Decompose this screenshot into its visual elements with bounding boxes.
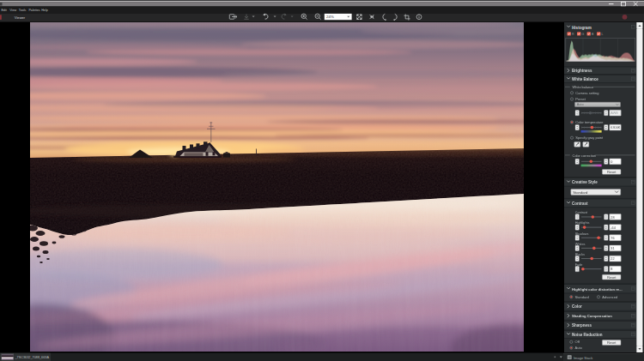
svg-text:Tools: Tools xyxy=(19,9,27,12)
svg-text:28: 28 xyxy=(611,216,614,220)
svg-text:76: 76 xyxy=(611,237,614,240)
svg-text:View: View xyxy=(9,9,16,12)
svg-text:Camera setting: Camera setting xyxy=(575,91,598,95)
svg-text:24%: 24% xyxy=(326,15,334,19)
svg-text:AWB: AWB xyxy=(611,111,618,115)
svg-text:Creative Style: Creative Style xyxy=(572,180,598,184)
svg-text:White balance: White balance xyxy=(573,85,594,89)
svg-text:Edit: Edit xyxy=(1,9,6,12)
svg-text:Color temperature: Color temperature xyxy=(575,120,604,124)
svg-text:Auto: Auto xyxy=(577,103,584,106)
svg-text:Auto: Auto xyxy=(575,346,583,350)
svg-text:Specify gray point: Specify gray point xyxy=(575,135,604,140)
svg-text:G: G xyxy=(582,33,585,36)
svg-text:Highlight color distortion re.: Highlight color distortion re... xyxy=(572,287,623,292)
svg-text:22: 22 xyxy=(611,257,614,261)
svg-text:31: 31 xyxy=(611,247,614,250)
svg-text:Off: Off xyxy=(575,340,580,344)
svg-text:Preset: Preset xyxy=(575,97,586,101)
svg-text:Help: Help xyxy=(41,9,48,12)
svg-text:Color: Color xyxy=(572,304,582,309)
svg-text:Shading Compensation: Shading Compensation xyxy=(572,314,612,318)
svg-text:Viewer: Viewer xyxy=(15,15,26,20)
svg-text:Standard: Standard xyxy=(575,295,589,299)
svg-text:White Balance: White Balance xyxy=(572,77,598,81)
svg-text:Advanced: Advanced xyxy=(602,295,617,299)
svg-text:6300K: 6300K xyxy=(611,126,620,129)
svg-text:Reset: Reset xyxy=(607,170,617,174)
svg-text:_7SC3632_7088_663A: _7SC3632_7088_663A xyxy=(15,356,50,359)
svg-text:Reset: Reset xyxy=(607,340,617,345)
svg-text:Noise Reduction: Noise Reduction xyxy=(572,333,603,337)
svg-text:Standard: Standard xyxy=(573,190,588,195)
svg-text:0: 0 xyxy=(611,160,612,164)
svg-text:Brightness: Brightness xyxy=(572,69,592,73)
svg-text:Image Stack: Image Stack xyxy=(574,356,592,360)
svg-text:Histogram: Histogram xyxy=(572,26,592,30)
svg-text:Reset: Reset xyxy=(607,275,617,280)
svg-text:Color correction: Color correction xyxy=(573,153,596,158)
svg-text:L: L xyxy=(602,33,604,36)
svg-text:Palettes: Palettes xyxy=(28,9,39,12)
svg-text:-64: -64 xyxy=(611,226,616,230)
svg-text:Sharpness: Sharpness xyxy=(572,323,592,328)
svg-text:Contrast: Contrast xyxy=(572,202,588,206)
svg-text:8: 8 xyxy=(611,268,612,271)
